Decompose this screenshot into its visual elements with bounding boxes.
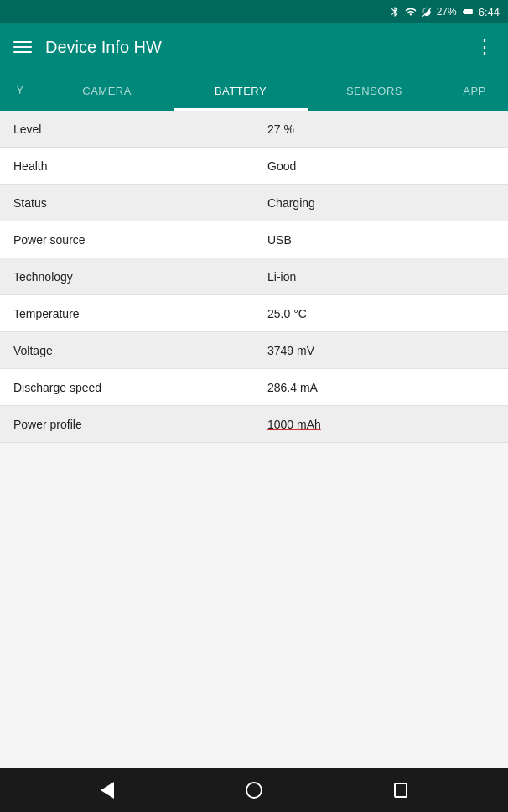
table-row: TechnologyLi-ion (0, 258, 508, 295)
table-row: Temperature25.0 °C (0, 295, 508, 332)
signal-icon (421, 6, 433, 18)
app-bar: Device Info HW ⋮ (0, 23, 508, 70)
row-value: 1000 mAh (254, 409, 508, 440)
row-label: Discharge speed (0, 372, 254, 403)
wifi-icon (405, 6, 417, 18)
row-value: 3749 mV (254, 336, 508, 366)
more-options-button[interactable]: ⋮ (475, 36, 495, 58)
row-label: Voltage (0, 336, 254, 366)
row-label: Technology (0, 262, 254, 292)
tab-camera[interactable]: CAMERA (40, 70, 174, 111)
table-row: StatusCharging (0, 185, 508, 221)
tab-partial-left[interactable]: Y (0, 70, 40, 111)
tab-bar: Y CAMERA BATTERY SENSORS APP (0, 70, 508, 111)
app-title: Device Info HW (45, 38, 462, 57)
battery-content: Level27 %HealthGoodStatusChargingPower s… (0, 111, 508, 768)
row-label: Temperature (0, 299, 254, 329)
row-label: Status (0, 188, 254, 218)
status-bar: 27% 6:44 (0, 0, 508, 23)
row-value: Li-ion (254, 262, 508, 292)
row-label: Power profile (0, 409, 254, 440)
battery-icon (461, 6, 474, 18)
table-row: Level27 % (0, 111, 508, 148)
table-row: Power sourceUSB (0, 221, 508, 258)
table-row: HealthGood (0, 148, 508, 185)
tab-sensors[interactable]: SENSORS (308, 70, 441, 111)
table-row: Voltage3749 mV (0, 332, 508, 369)
row-value: 27 % (254, 114, 508, 144)
bottom-nav (0, 768, 508, 812)
row-label: Health (0, 151, 254, 181)
battery-percent: 27% (437, 6, 457, 18)
table-row: Discharge speed286.4 mA (0, 369, 508, 406)
back-button[interactable] (96, 778, 119, 802)
home-button[interactable] (242, 778, 266, 802)
battery-table: Level27 %HealthGoodStatusChargingPower s… (0, 111, 508, 443)
row-value: Good (254, 151, 508, 181)
recent-icon (394, 783, 407, 798)
row-label: Level (0, 114, 254, 144)
table-row: Power profile1000 mAh (0, 406, 508, 443)
tab-battery[interactable]: BATTERY (174, 70, 307, 111)
bluetooth-icon (389, 6, 401, 18)
home-icon (246, 782, 262, 799)
status-time: 6:44 (479, 6, 500, 18)
recent-button[interactable] (389, 778, 412, 802)
menu-button[interactable] (13, 41, 32, 53)
row-value: Charging (254, 188, 508, 218)
row-label: Power source (0, 225, 254, 255)
row-value: 25.0 °C (254, 299, 508, 329)
back-icon (101, 782, 114, 799)
tab-app-partial[interactable]: APP (441, 70, 508, 111)
status-icons: 27% 6:44 (389, 6, 500, 18)
row-value: USB (254, 225, 508, 255)
row-value: 286.4 mA (254, 372, 508, 403)
